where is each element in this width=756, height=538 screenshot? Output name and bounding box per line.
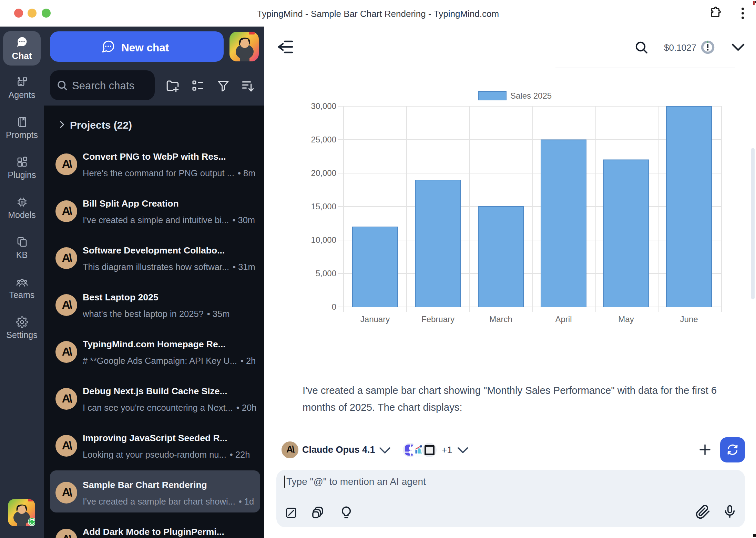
svg-text:10,000: 10,000 (311, 235, 336, 245)
svg-text:January: January (360, 315, 390, 324)
svg-text:June: June (680, 315, 698, 324)
svg-text:April: April (555, 315, 572, 324)
svg-text:5,000: 5,000 (316, 269, 336, 278)
svg-text:February: February (421, 315, 454, 324)
svg-text:March: March (489, 315, 512, 324)
svg-text:30,000: 30,000 (311, 101, 336, 111)
svg-text:May: May (618, 315, 634, 324)
svg-text:Sales 2025: Sales 2025 (510, 91, 552, 100)
svg-text:20,000: 20,000 (311, 168, 336, 178)
svg-text:0: 0 (332, 302, 336, 311)
svg-text:15,000: 15,000 (311, 202, 336, 211)
svg-text:25,000: 25,000 (311, 135, 336, 144)
